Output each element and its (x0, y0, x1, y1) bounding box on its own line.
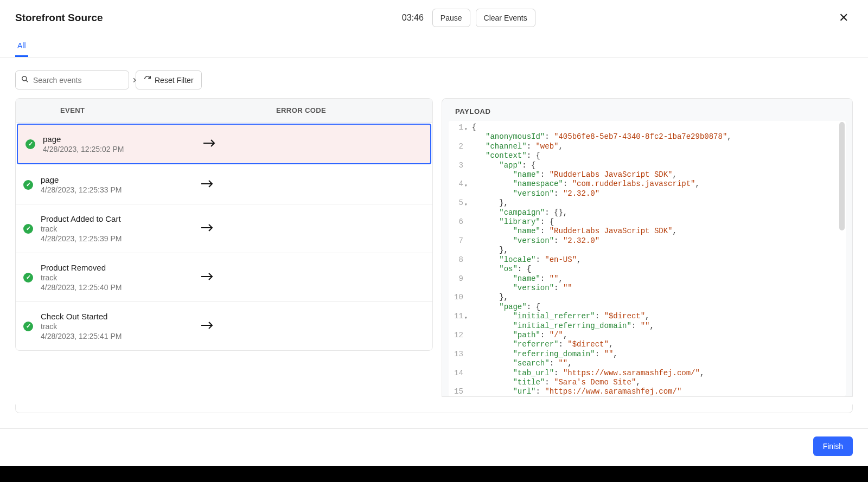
payload-title: PAYLOAD (442, 99, 852, 121)
event-row[interactable]: ✓Product Added to Carttrack4/28/2023, 12… (16, 204, 432, 253)
tab-all[interactable]: All (15, 36, 28, 57)
event-name: page (43, 134, 195, 144)
col-event: EVENT (16, 106, 216, 114)
reset-filter-button[interactable]: Reset Filter (136, 70, 202, 89)
events-panel: EVENT ERROR CODE ✓page4/28/2023, 12:25:0… (15, 98, 433, 351)
event-type: track (41, 224, 193, 233)
event-info: page4/28/2023, 12:25:33 PM (41, 175, 193, 194)
event-info: Product Removedtrack4/28/2023, 12:25:40 … (41, 263, 193, 292)
event-name: Check Out Started (41, 312, 193, 321)
svg-point-0 (22, 76, 27, 81)
black-bar (0, 466, 868, 482)
search-icon (21, 75, 29, 85)
header: Storefront Source 03:46 Pause Clear Even… (0, 0, 868, 36)
event-info: Check Out Startedtrack4/28/2023, 12:25:4… (41, 312, 193, 341)
toolbar: ✕ Reset Filter (0, 57, 868, 98)
events-table-header: EVENT ERROR CODE (16, 99, 432, 123)
arrow-right-icon (202, 137, 216, 151)
event-row[interactable]: ✓page4/28/2023, 12:25:02 PM (17, 124, 431, 164)
event-timestamp: 4/28/2023, 12:25:41 PM (41, 332, 193, 341)
event-name: Product Removed (41, 263, 193, 272)
arrow-right-icon (200, 271, 214, 285)
status-success-icon: ✓ (23, 322, 33, 331)
refresh-icon (144, 75, 151, 85)
pause-button[interactable]: Pause (432, 9, 470, 27)
event-name: Product Added to Cart (41, 214, 193, 223)
event-type: track (41, 322, 193, 331)
arrow-right-icon (200, 319, 214, 333)
status-success-icon: ✓ (23, 273, 33, 282)
event-timestamp: 4/28/2023, 12:25:39 PM (41, 234, 193, 243)
event-row[interactable]: ✓Product Removedtrack4/28/2023, 12:25:40… (16, 253, 432, 302)
event-name: page (41, 175, 193, 184)
code-body: { "anonymousId": "405b6fe8-5eb7-4340-8fc… (468, 121, 846, 396)
status-success-icon: ✓ (25, 139, 35, 149)
code-viewer[interactable]: 1▾ 2 3 4▾ 5▾ 6 7 8 9 10 11▾ 12 13 14 15 … (449, 121, 846, 396)
tabs: All (0, 36, 868, 57)
bottom-strip (15, 404, 853, 413)
scrollbar[interactable] (839, 122, 845, 230)
content: EVENT ERROR CODE ✓page4/28/2023, 12:25:0… (0, 98, 868, 401)
event-timestamp: 4/28/2023, 12:25:33 PM (41, 185, 193, 194)
timer: 03:46 (402, 13, 424, 23)
event-row[interactable]: ✓Check Out Startedtrack4/28/2023, 12:25:… (16, 302, 432, 350)
event-timestamp: 4/28/2023, 12:25:02 PM (43, 145, 195, 153)
status-success-icon: ✓ (23, 180, 33, 190)
close-icon[interactable]: ✕ (834, 9, 853, 27)
arrow-right-icon (200, 222, 214, 236)
code-gutter: 1▾ 2 3 4▾ 5▾ 6 7 8 9 10 11▾ 12 13 14 15 … (449, 121, 468, 396)
svg-line-1 (26, 80, 28, 82)
event-timestamp: 4/28/2023, 12:25:40 PM (41, 283, 193, 292)
event-info: Product Added to Carttrack4/28/2023, 12:… (41, 214, 193, 243)
event-info: page4/28/2023, 12:25:02 PM (43, 134, 195, 153)
payload-panel: PAYLOAD 1▾ 2 3 4▾ 5▾ 6 7 8 9 10 11▾ 12 1… (442, 98, 853, 397)
arrow-right-icon (200, 178, 214, 192)
finish-button[interactable]: Finish (813, 436, 853, 456)
footer: Finish (0, 428, 868, 466)
reset-filter-label: Reset Filter (155, 76, 194, 85)
status-success-icon: ✓ (23, 224, 33, 234)
page-title: Storefront Source (15, 12, 103, 24)
search-box: ✕ (15, 70, 129, 89)
event-type: track (41, 273, 193, 282)
col-error: ERROR CODE (216, 106, 432, 114)
event-row[interactable]: ✓page4/28/2023, 12:25:33 PM (16, 165, 432, 204)
clear-events-button[interactable]: Clear Events (476, 9, 535, 27)
search-input[interactable] (33, 76, 128, 85)
events-body: ✓page4/28/2023, 12:25:02 PM✓page4/28/202… (16, 124, 432, 350)
